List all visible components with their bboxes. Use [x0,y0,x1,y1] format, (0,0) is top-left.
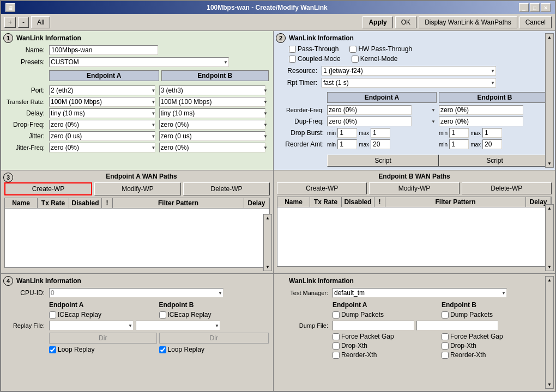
port-b-select[interactable]: 3 (eth3) [159,85,265,95]
port-a-select[interactable]: 2 (eth2) [49,85,155,95]
reorder-b-select[interactable]: zero (0%) [439,105,523,115]
jitter-freq-b-select[interactable]: zero (0%) [159,143,265,152]
ep-b-table-body[interactable] [277,207,552,267]
dump-packets-b-check[interactable]: Dump Packets [442,311,551,318]
transfer-a-select[interactable]: 100M (100 Mbps) [49,97,155,107]
reorder-amt-b-min[interactable] [449,139,469,149]
dump-file-a-input[interactable] [333,321,414,330]
display-wanlink-button[interactable]: Display WanLink & WanPaths [419,16,517,28]
section2-scrollbar[interactable]: ▲ ▼ [545,33,554,168]
dup-a-select[interactable]: zero (0%) [327,117,412,126]
force-packet-gap-b-check[interactable]: Force Packet Gap [442,333,551,340]
kernel-mode-checkbox[interactable] [352,56,359,63]
reorder-xth-b-checkbox[interactable] [442,352,449,359]
minimize-button[interactable]: _ [519,3,529,12]
delay-a-select[interactable]: tiny (10 ms) [49,108,155,118]
remove-button[interactable]: - [18,17,29,28]
drop-b-select[interactable]: zero (0%) [159,120,265,130]
delete-wp-a-button[interactable]: Delete-WP [183,182,270,195]
jitter-b-select[interactable]: zero (0 us) [159,131,265,141]
jitter-a-select[interactable]: zero (0 us) [49,131,155,141]
coupled-mode-check[interactable]: Coupled-Mode [289,55,341,63]
delay-b-select[interactable]: tiny (10 ms) [159,108,265,118]
replay-file-a-select[interactable] [49,321,134,330]
rpt-timer-select[interactable]: fast (1 s) [322,78,496,88]
force-packet-gap-a-checkbox[interactable] [333,333,340,340]
col-exclaim-a: ! [102,198,113,208]
drop-xth-a-checkbox[interactable] [333,342,340,350]
col-name-a: Name [5,198,38,208]
icecap-b-check[interactable]: ICEcap Replay [159,311,269,318]
dump-packets-a-checkbox[interactable] [333,311,340,318]
name-input[interactable] [49,45,158,55]
pass-through-checkbox[interactable] [289,46,296,53]
reorder-amt-a-min[interactable] [337,139,357,149]
scroll-down-arrow[interactable]: ▼ [546,160,553,167]
replay-file-b-select[interactable] [136,321,220,330]
drop-xth-b-check[interactable]: Drop-Xth [442,342,551,350]
loop-replay-a-check[interactable]: Loop Replay [49,346,157,353]
apply-button[interactable]: Apply [362,16,392,28]
drop-burst-a-max[interactable] [371,128,390,138]
drop-a-select[interactable]: zero (0%) [49,120,155,130]
loop-replay-b-checkbox[interactable] [159,346,166,353]
ep-b-scrollbar[interactable]: ▲ ▼ [545,204,554,271]
ep-a-scrollbar[interactable]: ▲ ▼ [263,214,272,271]
hw-pass-through-check[interactable]: HW Pass-Through [349,45,412,53]
icecap-a-check[interactable]: ICEcap Replay [49,311,157,318]
drop-xth-a-check[interactable]: Drop-Xth [333,342,442,350]
system-menu-button[interactable]: 🖥 [5,3,15,12]
dump-file-b-input[interactable] [416,321,498,330]
icecap-a-checkbox[interactable] [49,311,56,318]
create-wp-a-button[interactable]: Create-WP [4,182,92,195]
force-packet-gap-b-checkbox[interactable] [442,333,449,340]
modify-wp-a-button[interactable]: Modify-WP [94,182,181,195]
reorder-xth-a-check[interactable]: Reorder-Xth [333,351,442,359]
resource-select[interactable]: 1 (jetway-f24) [322,66,496,76]
drop-burst-b-min[interactable] [449,128,469,138]
maximize-button[interactable]: □ [530,3,540,12]
icecap-b-checkbox[interactable] [159,311,166,318]
replay-file-label: Replay File: [5,322,49,329]
reorder-amt-a-max[interactable] [371,139,390,149]
pass-through-check[interactable]: Pass-Through [289,45,339,53]
dir-b-button[interactable]: Dir [159,333,269,344]
section4-scrollbar[interactable]: ▲ ▼ [545,276,554,389]
transfer-b-select[interactable]: 100M (100 Mbps) [159,97,265,107]
reorder-xth-a-checkbox[interactable] [333,352,340,359]
reorder-amt-b-max[interactable] [482,139,502,149]
ep-a-table-body[interactable] [4,208,270,268]
script-b-button[interactable]: Script [439,155,551,167]
dir-a-button[interactable]: Dir [49,333,157,344]
cpu-id-select[interactable]: 0 [49,288,223,298]
force-packet-gap-a-check[interactable]: Force Packet Gap [333,333,442,340]
hw-pass-through-checkbox[interactable] [349,46,356,53]
all-button[interactable]: All [31,16,50,28]
dump-packets-b-checkbox[interactable] [442,311,449,318]
cancel-button[interactable]: Cancel [519,16,552,28]
ok-button[interactable]: OK [395,16,416,28]
transfer-label: Transfer Rate: [5,99,49,105]
scroll-up-arrow[interactable]: ▲ [546,34,553,41]
ep-a-buttons: Create-WP Modify-WP Delete-WP [4,182,270,195]
close-button[interactable]: ✕ [541,3,551,12]
drop-burst-a-min[interactable] [337,128,357,138]
add-button[interactable]: + [4,17,16,28]
drop-burst-b-max[interactable] [482,128,502,138]
loop-replay-a-checkbox[interactable] [49,346,56,353]
create-wp-b-button[interactable]: Create-WP [277,182,367,194]
reorder-xth-b-check[interactable]: Reorder-Xth [442,351,551,359]
dup-b-select[interactable]: zero (0%) [439,117,523,126]
loop-replay-b-check[interactable]: Loop Replay [159,346,269,353]
delete-wp-b-button[interactable]: Delete-WP [462,182,552,194]
drop-xth-b-checkbox[interactable] [442,342,449,350]
kernel-mode-check[interactable]: Kernel-Mode [352,55,398,63]
dump-packets-a-check[interactable]: Dump Packets [333,311,442,318]
jitter-freq-a-select[interactable]: zero (0%) [49,143,155,152]
reorder-a-select[interactable]: zero (0%) [327,105,412,115]
presets-select[interactable]: CUSTOM [49,57,229,67]
modify-wp-b-button[interactable]: Modify-WP [369,182,459,194]
script-a-button[interactable]: Script [327,155,439,167]
coupled-mode-checkbox[interactable] [289,56,296,63]
test-manager-select[interactable]: default_tm [333,288,507,298]
